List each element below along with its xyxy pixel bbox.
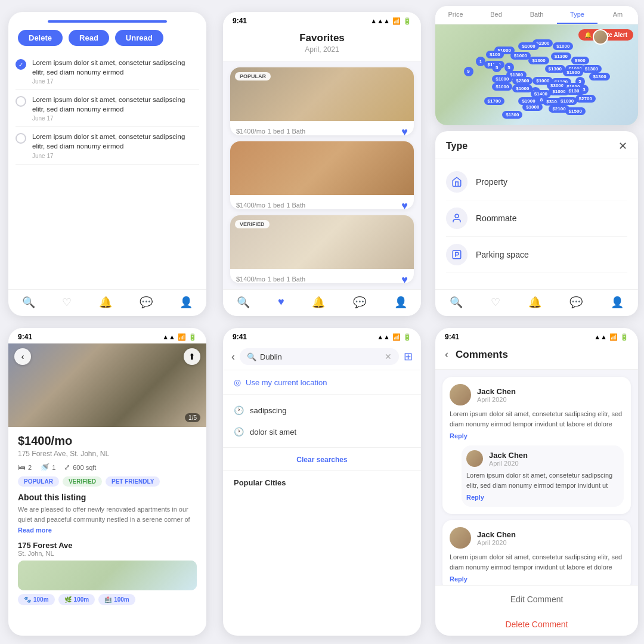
favorite-heart-icon[interactable]: ♥ — [401, 200, 408, 209]
messages-nav-icon[interactable]: 💬 — [569, 296, 583, 309]
edit-comment-button[interactable]: Edit Comment — [510, 595, 564, 604]
notifications-nav-icon[interactable]: 🔔 — [528, 296, 541, 309]
map-price-pin[interactable]: $2300 — [512, 77, 532, 85]
type-label: Parking space — [476, 250, 529, 259]
type-option-roommate[interactable]: Roommate — [446, 200, 627, 237]
notification-item[interactable]: Lorem ipsum dolor sit amet, consetetur s… — [16, 127, 199, 164]
search-nav-icon[interactable]: 🔍 — [22, 296, 35, 309]
share-button[interactable]: ⬆ — [184, 348, 200, 365]
notification-date: June 17 — [32, 153, 199, 159]
comments-screen: 9:41 ▲▲ 📶 🔋 ‹ Comments Jack Chen Ap — [435, 328, 638, 636]
messages-nav-icon[interactable]: 💬 — [353, 296, 366, 309]
map-price-pin[interactable]: $1000 — [518, 42, 538, 50]
notification-item[interactable]: Lorem ipsum dolor sit amet, consetetur s… — [16, 90, 199, 127]
recent-search-item[interactable]: 🕐 dolor sit amet — [223, 421, 421, 442]
map-price-pin[interactable]: $1300 — [502, 111, 522, 119]
delete-comment-bar: Delete Comment — [435, 613, 638, 636]
distance-btn-2[interactable]: 🌿 100m — [58, 594, 95, 605]
messages-nav-icon[interactable]: 💬 — [140, 296, 153, 309]
distance-btn-1[interactable]: 🐾 100m — [18, 594, 55, 605]
distance-btn-3[interactable]: 🏥 100m — [98, 594, 135, 605]
type-option-parking[interactable]: Parking space — [446, 237, 627, 273]
map-container[interactable]: 🔔 Create Alert $2300 $1000 $1000 $1000 $… — [435, 24, 638, 125]
favorite-heart-icon[interactable]: ♥ — [401, 274, 408, 283]
comment-date: April 2020 — [477, 539, 516, 546]
tab-bath[interactable]: Bath — [516, 6, 557, 24]
image-counter: 1/5 — [185, 413, 200, 422]
mini-map[interactable] — [18, 561, 197, 590]
filter-icon[interactable]: ⊞ — [404, 350, 413, 363]
map-price-pin[interactable]: $1000 — [553, 42, 573, 50]
search-panel: 9:41 ▲▲ 📶 🔋 ‹ 🔍 Dublin ✕ ⊞ ◎ Use my curr… — [215, 322, 429, 644]
tab-amenities[interactable]: Am — [597, 6, 638, 24]
map-price-pin[interactable]: $1300 — [551, 52, 571, 60]
delete-comment-button[interactable]: Delete Comment — [505, 620, 568, 629]
favorites-nav-icon[interactable]: ♡ — [62, 296, 72, 309]
map-price-pin[interactable]: $100 — [486, 51, 504, 58]
notification-item[interactable]: Lorem ipsum dolor sit amet, consetetur s… — [16, 53, 199, 90]
reply-button[interactable]: Reply — [466, 494, 484, 501]
listing-card[interactable]: POPULAR $1400/mo 1 bed 1 Bath 155th St ♥ — [230, 67, 414, 135]
use-location-button[interactable]: ◎ Use my current location — [223, 370, 421, 395]
back-button[interactable]: ‹ — [445, 348, 448, 361]
prev-image-button[interactable]: ‹ — [14, 348, 31, 365]
map-price-pin[interactable]: $2700 — [575, 95, 596, 103]
tab-price[interactable]: Price — [435, 6, 476, 24]
home-icon — [446, 171, 467, 193]
map-price-pin[interactable]: $1300 — [581, 65, 602, 73]
type-option-property[interactable]: Property — [446, 164, 627, 200]
search-nav-icon[interactable]: 🔍 — [450, 296, 463, 309]
map-price-pin[interactable]: $1000 — [492, 75, 512, 83]
delete-button[interactable]: Delete — [18, 30, 63, 46]
reply-button[interactable]: Reply — [450, 432, 467, 439]
favorites-nav-icon[interactable]: ♡ — [491, 296, 500, 309]
close-icon[interactable]: ✕ — [618, 140, 627, 153]
map-price-pin[interactable]: $1900 — [563, 69, 583, 76]
map-price-pin[interactable]: $1000 — [512, 85, 532, 92]
map-price-pin[interactable]: $1300 — [528, 57, 549, 64]
map-price-pin[interactable]: $1000 — [510, 52, 531, 60]
map-price-pin[interactable]: $1300 — [589, 73, 609, 80]
comment-text: Lorem ipsum dolor sit amet, consetetur s… — [450, 409, 624, 429]
clear-searches-button[interactable]: Clear searches — [296, 456, 347, 464]
notification-checkbox[interactable] — [16, 133, 26, 144]
map-price-pin[interactable]: $1000 — [492, 83, 512, 91]
map-type-panel: Price Bed Bath Type Am 🔔 Create Alert $2… — [429, 0, 644, 322]
listing-card[interactable]: $1400/mo 1 bed 1 Bath 155th St ♥ — [230, 141, 414, 209]
notifications-nav-icon[interactable]: 🔔 — [312, 296, 325, 309]
recent-search-item[interactable]: 🕐 sadipscing — [223, 400, 421, 421]
map-price-pin[interactable]: $1300 — [545, 65, 565, 73]
notifications-nav-icon[interactable]: 🔔 — [99, 296, 112, 309]
read-more-button[interactable]: Read more — [18, 527, 52, 534]
read-button[interactable]: Read — [69, 30, 109, 46]
reply-button[interactable]: Reply — [450, 575, 467, 583]
baths-spec: 🚿 1 — [40, 463, 55, 472]
map-price-pin[interactable]: $900 — [571, 57, 589, 64]
notification-text: Lorem ipsum dolor sit amet, consetetur s… — [32, 132, 199, 151]
search-nav-icon[interactable]: 🔍 — [237, 296, 250, 309]
search-input[interactable]: Dublin — [260, 352, 381, 361]
clear-search-icon[interactable]: ✕ — [385, 352, 392, 361]
notification-date: June 17 — [32, 115, 199, 122]
profile-nav-icon[interactable]: 👤 — [611, 296, 624, 309]
profile-nav-icon[interactable]: 👤 — [179, 296, 193, 309]
tab-type[interactable]: Type — [557, 6, 597, 24]
profile-nav-icon[interactable]: 👤 — [394, 296, 407, 309]
notification-checkbox[interactable] — [16, 59, 26, 70]
listing-card[interactable]: VERIFIED $1400/mo 1 bed 1 Bath 155th St … — [230, 215, 414, 283]
search-input-wrap[interactable]: 🔍 Dublin ✕ — [240, 348, 399, 365]
map-price-pin[interactable]: $1000 — [522, 103, 543, 111]
favorites-title: Favorites — [223, 32, 421, 44]
map-price-pin[interactable]: $1700 — [484, 97, 504, 105]
status-icons: ▲▲ 📶 🔋 — [162, 333, 197, 341]
comments-panel: 9:41 ▲▲ 📶 🔋 ‹ Comments Jack Chen Ap — [429, 322, 644, 644]
map-price-pin[interactable]: $1500 — [565, 107, 586, 115]
notification-checkbox[interactable] — [16, 96, 26, 107]
tab-bed[interactable]: Bed — [476, 6, 516, 24]
favorites-nav-icon[interactable]: ♥ — [278, 296, 284, 309]
unread-button[interactable]: Unread — [115, 30, 163, 46]
back-button[interactable]: ‹ — [231, 351, 235, 363]
favorite-heart-icon[interactable]: ♥ — [401, 126, 408, 135]
commenter-name: Jack Chen — [477, 387, 516, 396]
comments-list: Jack Chen April 2020 Lorem ipsum dolor s… — [435, 370, 638, 585]
